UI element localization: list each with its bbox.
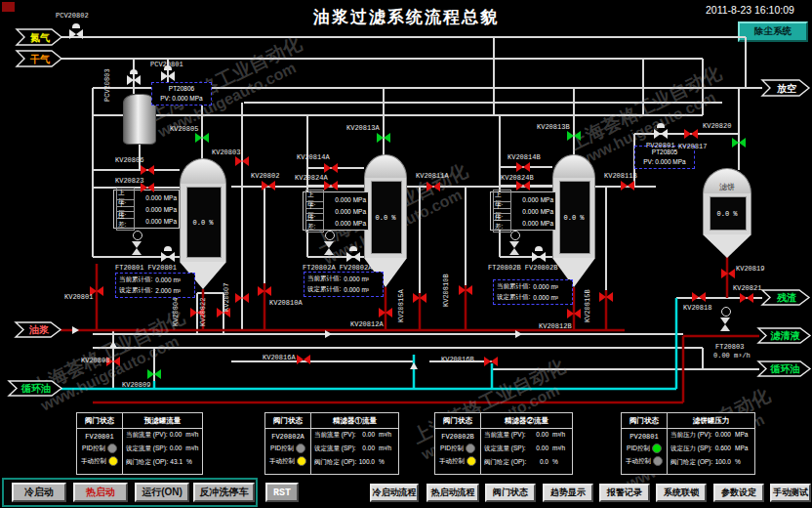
button-运行(ON)[interactable]: 运行(ON) xyxy=(135,483,189,502)
valve-KV20810A[interactable] xyxy=(258,286,271,296)
valve-PV20801[interactable] xyxy=(654,129,668,139)
svg-text:残渣: 残渣 xyxy=(776,292,796,303)
panel-value-row: 阀门给定 (OP):100.0% xyxy=(314,458,396,472)
valve-KV20813A[interactable] xyxy=(377,133,390,143)
valve-KV20815A[interactable] xyxy=(413,293,426,303)
button-反冲洗停车[interactable]: 反冲洗停车 xyxy=(193,483,255,502)
panel-value-row: 当前压力 (PV):0.000MPa xyxy=(670,431,752,444)
value-unit: % xyxy=(735,458,752,465)
value-label: 阀门给定 (OP): xyxy=(670,458,712,467)
button-热启动[interactable]: 热启动 xyxy=(73,483,128,502)
valve-KV20815B[interactable] xyxy=(599,292,613,302)
panel-body: FV20802BPID控制手动控制当前流量 (PV):0.00m³/h设定流量 … xyxy=(435,429,572,475)
nav-button-系统联锁[interactable]: 系统联锁 xyxy=(656,484,707,502)
status-panel-4: 阀门状态滤饼罐压力PV20801PID控制手动控制当前压力 (PV):0.000… xyxy=(621,412,755,475)
valve-KV20812A[interactable] xyxy=(379,308,392,318)
value-number: 0.00 xyxy=(170,444,183,451)
valve-KV20805[interactable] xyxy=(195,133,209,143)
pressure-value: 0.000 xyxy=(326,208,351,215)
nav-button-报警记录[interactable]: 报警记录 xyxy=(599,484,650,502)
nav-button-冷启动流程[interactable]: 冷启动流程 xyxy=(370,484,419,502)
panel-title: 预滤罐流量 xyxy=(123,413,202,428)
totalizer-row: 当前累计值:0.000 m³ xyxy=(307,274,380,284)
valve-KV20810B[interactable] xyxy=(459,285,472,295)
valve-label: KV20809 xyxy=(122,381,150,389)
totalizer-label: 设定累计值: xyxy=(497,293,530,302)
valve-KV20820[interactable] xyxy=(732,138,746,148)
valve-control[interactable] xyxy=(532,252,546,262)
panel-header: 阀门状态滤饼罐压力 xyxy=(622,413,754,429)
valve-KV20814A[interactable] xyxy=(324,163,338,173)
nav-button-趋势显示[interactable]: 趋势显示 xyxy=(543,484,593,502)
panel-title: 精滤器②流量 xyxy=(481,413,572,428)
valve-KV20813B[interactable] xyxy=(567,131,581,141)
valve-label: KV20808 xyxy=(81,357,109,364)
value-label: 设定流量 (SP): xyxy=(484,444,526,453)
manual-control-label: 手动控制 xyxy=(439,457,465,466)
valve-PCV20802[interactable] xyxy=(69,29,83,39)
valve-KV20803[interactable] xyxy=(235,156,249,166)
valve-KV20811A[interactable] xyxy=(426,182,440,191)
totalizer-box-3: 当前累计值:0.000 m³设定累计值:0.000 m³ xyxy=(493,279,573,305)
valve-label: KV20812B xyxy=(539,322,572,330)
valve-KV20811B[interactable] xyxy=(621,181,634,190)
valve-actuator-icon xyxy=(72,23,80,28)
pid-control-label: PID控制 xyxy=(82,444,105,453)
valve-KV20824B[interactable] xyxy=(516,181,530,190)
nav-button-热启动流程[interactable]: 热启动流程 xyxy=(426,484,479,502)
valve-PCV20803[interactable] xyxy=(127,75,141,85)
pressure-value: 0.000 xyxy=(513,208,539,215)
valve-label: KV20813A xyxy=(346,124,380,132)
pressure-label: 压差: xyxy=(116,211,135,231)
panel-tag: FV20801 xyxy=(77,433,122,441)
svg-text:氮气: 氮气 xyxy=(29,32,50,43)
value-number: 0.00 xyxy=(528,444,548,451)
totalizer-row: 设定累计值:2.000 m³ xyxy=(119,285,191,296)
value-label: 设定压力 (SP): xyxy=(670,444,712,453)
valve-label: KV20807 xyxy=(223,283,230,312)
panel-value-row: 设定流量 (SP):0.00m³/h xyxy=(126,444,200,458)
valve-KV20821[interactable] xyxy=(740,293,753,303)
nav-button-手动测试[interactable]: 手动测试 xyxy=(770,484,811,502)
status-panel-1: 阀门状态预滤罐流量FV20801PID控制手动控制当前流量 (PV):0.00m… xyxy=(76,412,203,475)
totalizer-value: 0.000 m³ xyxy=(533,294,558,301)
valve-control[interactable] xyxy=(346,252,360,262)
valve-KV20824A[interactable] xyxy=(324,181,338,190)
rst-button[interactable]: RST xyxy=(265,483,299,502)
button-冷启动[interactable]: 冷启动 xyxy=(12,483,66,502)
valve-control[interactable] xyxy=(161,252,175,262)
io-flag-vent-outlet: 放空 xyxy=(761,79,810,97)
totalizer-box-1: 当前累计值:0.000 m³设定累计值:2.000 m³ xyxy=(115,273,195,298)
valve-KV20816B[interactable] xyxy=(484,357,498,366)
valve-label: KV20820 xyxy=(703,122,731,130)
valve-PCV20801[interactable] xyxy=(161,71,175,81)
totalizer-row: 设定累计值:0.000 m³ xyxy=(497,292,569,303)
valve-KV20807[interactable] xyxy=(235,293,249,303)
valve-KV20817[interactable] xyxy=(684,129,698,139)
totalizer-value: 0.000 m³ xyxy=(344,275,369,282)
nav-button-阀门状态[interactable]: 阀门状态 xyxy=(485,484,536,502)
valve-label: KV20821 xyxy=(733,284,761,292)
value-number: 0.0 xyxy=(528,458,548,465)
pt-value: PV: 0.000 MPa xyxy=(155,94,208,104)
panel-value-row: 当前流量 (PV):0.00m³/h xyxy=(484,431,570,444)
valve-KV20809[interactable] xyxy=(147,369,161,379)
valve-KV20806[interactable] xyxy=(141,165,154,175)
nav-button-参数设定[interactable]: 参数设定 xyxy=(713,484,764,502)
valve-label: KV20824B xyxy=(501,174,534,182)
valve-KV20816A[interactable] xyxy=(297,355,310,364)
valve-KV20819[interactable] xyxy=(721,269,735,278)
svg-text:放空: 放空 xyxy=(776,83,796,94)
valve-KV20802[interactable] xyxy=(262,181,275,190)
valve-KV20812B[interactable] xyxy=(567,309,581,318)
panel-value-row: 当前流量 (PV):0.00m³/h xyxy=(126,431,200,444)
manual-control-label: 手动控制 xyxy=(626,457,651,466)
panel-left-col: FV20802APID控制手动控制 xyxy=(265,429,311,475)
valve-KV20818[interactable] xyxy=(692,292,706,302)
valve-KV20814B[interactable] xyxy=(516,162,530,172)
flow-arrow-icon xyxy=(72,326,79,334)
fine-filter-1-vessel-interior: 0.0 % xyxy=(371,181,402,254)
valve-label: KV20816A xyxy=(263,354,296,361)
value-unit: MPa xyxy=(735,444,752,451)
valve-label: PCV20802 xyxy=(56,12,89,20)
